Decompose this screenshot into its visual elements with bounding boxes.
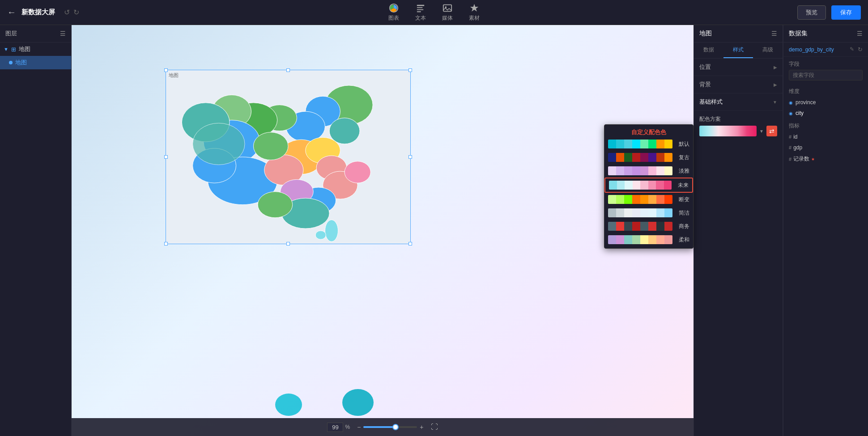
zoom-slider[interactable] [363,426,417,428]
undo-button[interactable]: ↺ [64,8,70,17]
color-option-gradient[interactable]: 断变 [604,193,693,206]
metric-gdp-hash: # [789,145,791,150]
bottom-teal-element [273,391,304,418]
color-option-future[interactable]: 未来 [604,178,693,193]
section-background-label: 背景 [699,80,711,89]
toolbar-chart[interactable]: 图表 [388,3,399,22]
section-basestyle[interactable]: 基础样式 ▼ [694,93,783,111]
color-option-business[interactable]: 商务 [604,220,693,233]
svg-point-31 [315,231,326,239]
color-switch-button[interactable]: ⇄ [766,126,777,136]
zoom-slider-thumb[interactable] [392,424,399,430]
dim-province[interactable]: ◉ province [783,97,868,108]
svg-point-29 [258,192,293,218]
dataset-menu-icon[interactable]: ☰ [857,30,863,37]
svg-rect-1 [417,4,425,6]
topbar-right: 预览 保存 [797,5,861,20]
svg-point-34 [342,389,374,416]
color-dropdown-popup[interactable]: 自定义配色色 默认 [604,124,694,249]
color-option-simple[interactable]: 简洁 [604,206,693,220]
metric-records-hash: # [789,157,791,162]
toolbar-text[interactable]: 文本 [415,3,426,22]
canvas-area[interactable]: 地图 [72,25,694,436]
dataset-panel: 数据集 ☰ demo_gdp_by_city ✎ ↻ 字段 维度 ◉ provi… [783,25,868,436]
zoom-input[interactable] [327,423,343,432]
topbar-center: 图表 文本 媒体 素材 [388,3,480,22]
color-swatch-retro [608,153,672,162]
section-background[interactable]: 背景 ▶ [694,76,783,93]
color-option-retro[interactable]: 复古 [604,151,693,164]
svg-rect-4 [417,11,421,12]
layer-group-label: 地图 [19,45,30,53]
toolbar-media[interactable]: 媒体 [442,3,453,22]
zoom-out-icon[interactable]: − [357,423,361,431]
section-basestyle-label: 基础样式 [699,98,723,106]
svg-point-10 [329,118,360,144]
zoom-in-icon[interactable]: + [420,423,423,431]
zoom-slider-fill [363,426,396,428]
bottom-bar: % − + ⛶ [72,418,694,436]
bottom-teal-element2 [340,387,376,418]
redo-button[interactable]: ↻ [73,8,79,17]
option-label-gradient: 断变 [675,196,689,203]
metric-records-star: ★ [811,157,815,161]
color-option-harmony[interactable]: 柔和 [604,233,693,246]
dim-city-icon: ◉ [789,111,793,116]
dim-city[interactable]: ◉ city [783,108,868,119]
section-position[interactable]: 位置 ▶ [694,59,783,76]
dim-city-label: city [796,110,804,116]
layer-item-map[interactable]: 地图 [0,56,71,69]
handle-bl[interactable] [164,242,168,246]
layer-group-map[interactable]: ▼ ⊞ 地图 [0,42,71,56]
color-label: 配色方案 [699,115,777,123]
search-field-input[interactable] [789,70,863,80]
dataset-refresh-icon[interactable]: ↻ [858,46,863,53]
map-panel-menu[interactable]: ☰ [771,30,777,37]
layer-dot [9,61,13,64]
handle-tr[interactable] [408,68,412,72]
map-panel-header: 地图 ☰ [694,25,783,42]
layer-item-label: 地图 [15,59,27,67]
material-icon [469,3,479,13]
metric-records[interactable]: # 记录数 ★ [783,153,868,165]
option-label-retro: 复古 [675,154,689,161]
layers-menu-icon[interactable]: ☰ [60,30,66,37]
dataset-header: 数据集 ☰ [783,25,868,42]
handle-tc[interactable] [286,68,290,72]
dataset-title: 数据集 [789,30,808,38]
color-option-default[interactable]: 默认 [604,137,693,151]
handle-bc[interactable] [286,242,290,246]
handle-tl[interactable] [164,68,168,72]
section-background-arrow: ▶ [774,82,777,87]
color-swatch-elegant [608,166,672,175]
color-option-elegant[interactable]: 淡雅 [604,164,693,178]
color-swatch-gradient [608,195,672,204]
preview-button[interactable]: 预览 [797,5,826,20]
metric-id[interactable]: # id [783,131,868,142]
svg-rect-3 [417,9,424,10]
back-button[interactable]: ← [7,7,16,17]
custom-color-title: 自定义配色色 [604,127,693,137]
color-swatch-harmony [608,235,672,244]
tab-data[interactable]: 数据 [694,42,723,58]
map-settings-panel: 地图 ☰ 数据 样式 高级 位置 ▶ 背景 ▶ 基础样式 ▼ 配色方案 ▼ [694,25,783,436]
chart-icon [389,3,399,13]
tab-style[interactable]: 样式 [723,42,753,58]
dataset-edit-icon[interactable]: ✎ [850,46,854,53]
handle-ml[interactable] [164,155,168,159]
map-container[interactable]: 地图 [166,70,411,244]
handle-br[interactable] [408,242,412,246]
option-label-harmony: 柔和 [675,236,689,244]
dim-province-label: province [796,99,816,106]
toolbar-material[interactable]: 素材 [469,3,480,22]
fullscreen-button[interactable]: ⛶ [431,423,438,431]
handle-mr[interactable] [408,155,412,159]
save-button[interactable]: 保存 [831,5,861,20]
toolbar-text-label: 文本 [415,14,426,22]
color-bar-dropdown-arrow[interactable]: ▼ [759,129,764,134]
metric-gdp[interactable]: # gdp [783,142,868,153]
topbar: ← 新数据大屏 ↺ ↻ 图表 文本 媒体 素材 预览 保存 [0,0,868,25]
svg-point-33 [275,394,302,416]
tab-advanced[interactable]: 高级 [753,42,783,58]
svg-point-30 [325,220,338,242]
